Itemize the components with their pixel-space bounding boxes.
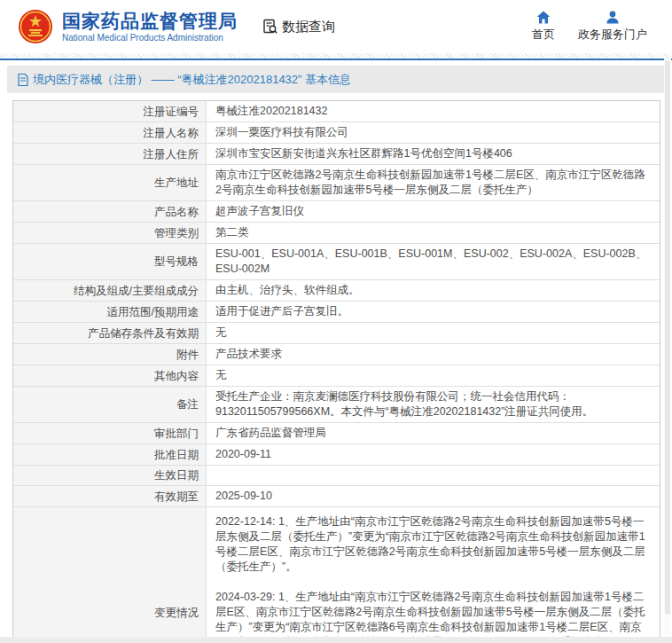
row-label: 备注 [13, 387, 207, 422]
table-row: 其他内容无 [13, 365, 660, 387]
data-query-link[interactable]: 数据查询 [262, 19, 335, 35]
row-label-text: 审批部门 [154, 427, 199, 441]
row-value: 广东省药品监督管理局 [207, 423, 660, 443]
table-row: 产品储存条件及有效期无 [13, 323, 660, 344]
table-row: 结构及组成/主要组成成分由主机、治疗头、软件组成。 [13, 280, 660, 302]
row-value-text: 2025-09-10 [215, 489, 272, 504]
row-label: 附件 [13, 344, 207, 365]
row-value: 受托生产企业：南京麦澜德医疗科技股份有限公司；统一社会信用代码：91320115… [207, 387, 660, 422]
bottom-strip [0, 637, 672, 643]
row-value-text: 产品技术要求 [215, 347, 282, 362]
row-value: 粤械注准20202181432 [207, 101, 660, 122]
row-label: 结构及组成/主要组成成分 [13, 280, 207, 301]
row-label: 有效期至 [13, 486, 207, 506]
blue-divider [0, 59, 672, 60]
row-value: 由主机、治疗头、软件组成。 [207, 280, 660, 301]
row-value: 深圳市宝安区新安街道兴东社区群辉路1号优创空间1号楼406 [207, 144, 660, 164]
nav-gov-portal[interactable]: 政务服务门户 [578, 11, 647, 43]
row-label: 注册证编号 [13, 101, 207, 122]
row-value: 2020-09-11 [207, 444, 660, 465]
page: 国家药品监督管理局 National Medical Products Admi… [0, 0, 672, 643]
table-row: 型号规格ESU-001、ESU-001A、ESU-001B、ESU-001M、E… [13, 244, 660, 280]
scrollbar-thumb[interactable] [665, 60, 670, 615]
table-row: 注册人名称深圳一粟医疗科技有限公司 [13, 122, 660, 144]
data-query-label: 数据查询 [282, 19, 335, 35]
row-label-text: 产品名称 [154, 205, 199, 219]
row-value: 2025-09-10 [207, 486, 660, 506]
row-label-text: 注册人住所 [144, 147, 199, 161]
row-value-text: 由主机、治疗头、软件组成。 [215, 283, 360, 298]
row-value-text: 第二类 [215, 225, 249, 240]
row-label-text: 产品储存条件及有效期 [88, 326, 199, 341]
row-value-text: 无 [215, 368, 227, 383]
row-value-text: ESU-001、ESU-001A、ESU-001B、ESU-001M、ESU-0… [215, 247, 651, 277]
brand: 国家药品监督管理局 National Medical Products Admi… [62, 11, 238, 43]
row-value: 2022-12-14: 1、生产地址由“南京市江宁区乾德路2号南京生命科技创新园… [207, 507, 660, 643]
row-label: 生产地址 [13, 165, 207, 200]
row-value: 无 [207, 323, 660, 343]
row-value-text: 无 [215, 325, 227, 341]
row-label: 注册人住所 [13, 144, 207, 164]
row-label-text: 附件 [176, 348, 199, 362]
nav-home-label: 首页 [532, 27, 555, 43]
row-label-text: 备注 [176, 397, 199, 412]
row-value-text: 深圳市宝安区新安街道兴东社区群辉路1号优创空间1号楼406 [215, 146, 512, 161]
change-paragraph: 2024-03-29: 1、生产地址由“南京市江宁区乾德路2号南京生命科技创新园… [215, 590, 651, 643]
row-value-text: 2020-09-11 [215, 447, 271, 462]
row-label-text: 管理类别 [154, 226, 199, 240]
nav-home[interactable]: 首页 [532, 11, 555, 43]
brand-title: 国家药品监督管理局 [62, 11, 238, 31]
row-value-text: 受托生产企业：南京麦澜德医疗科技股份有限公司；统一社会信用代码：91320115… [215, 389, 651, 420]
row-value: 超声波子宫复旧仪 [207, 201, 660, 222]
row-label-text: 型号规格 [154, 255, 199, 269]
table-row: 附件产品技术要求 [13, 344, 660, 365]
breadcrumb: 境内医疗器械（注册） —— “粤械注准20202181432” 基本信息 [7, 66, 665, 93]
row-label-text: 变更情况 [154, 606, 199, 620]
table-row: 生产地址南京市江宁区乾德路2号南京生命科技创新园加速带1号楼二层E区、南京市江宁… [13, 165, 660, 201]
row-label: 变更情况 [13, 507, 207, 643]
row-value-text: 适用于促进产后子宫复旧。 [215, 304, 348, 319]
top-nav: 首页 政务服务门户 [532, 11, 660, 43]
table-row: 产品名称超声波子宫复旧仪 [13, 201, 660, 223]
row-value-text: 粤械注准20202181432 [215, 104, 327, 119]
row-value: 无 [207, 365, 660, 386]
row-label: 其他内容 [13, 365, 207, 386]
row-label-text: 适用范围/预期用途 [107, 305, 199, 319]
table-row: 备注受托生产企业：南京麦澜德医疗科技股份有限公司；统一社会信用代码：913201… [13, 387, 660, 423]
user-icon [606, 11, 620, 24]
row-label-text: 结构及组成/主要组成成分 [74, 284, 199, 298]
table-row: 生效日期 [13, 466, 660, 486]
vertical-scrollbar[interactable] [664, 59, 671, 636]
row-label: 管理类别 [13, 223, 207, 243]
national-emblem-icon [18, 9, 53, 44]
row-value [207, 466, 660, 485]
document-icon [18, 74, 28, 86]
row-label-text: 注册人名称 [144, 126, 199, 140]
table-row: 变更情况2022-12-14: 1、生产地址由“南京市江宁区乾德路2号南京生命科… [13, 507, 660, 643]
change-paragraph: 2022-12-14: 1、生产地址由“南京市江宁区乾德路2号南京生命科技创新园… [215, 514, 651, 575]
row-value-text: 超声波子宫复旧仪 [215, 204, 304, 219]
row-value: 产品技术要求 [207, 344, 660, 365]
row-label: 生效日期 [13, 466, 207, 485]
row-label: 产品名称 [13, 201, 207, 222]
brand-subtitle: National Medical Products Administration [62, 33, 238, 43]
row-label: 注册人名称 [13, 122, 207, 143]
row-label-text: 批准日期 [154, 448, 199, 462]
row-value: 深圳一粟医疗科技有限公司 [207, 122, 660, 143]
row-label: 产品储存条件及有效期 [13, 323, 207, 343]
row-value-text: 南京市江宁区乾德路2号南京生命科技创新园加速带1号楼二层E区、南京市江宁区乾德路… [215, 168, 651, 198]
row-label: 审批部门 [13, 423, 207, 443]
row-label: 批准日期 [13, 444, 207, 465]
row-value-text: 广东省药品监督管理局 [215, 426, 326, 441]
table-row: 审批部门广东省药品监督管理局 [13, 423, 660, 444]
table-row: 注册证编号粤械注准20202181432 [13, 101, 660, 122]
home-icon [536, 11, 551, 24]
table-row: 批准日期2020-09-11 [13, 444, 660, 466]
row-label: 型号规格 [13, 244, 207, 279]
table-row: 注册人住所深圳市宝安区新安街道兴东社区群辉路1号优创空间1号楼406 [13, 144, 660, 165]
row-value: 第二类 [207, 223, 660, 243]
row-value: ESU-001、ESU-001A、ESU-001B、ESU-001M、ESU-0… [207, 244, 660, 279]
row-label-text: 其他内容 [154, 369, 199, 383]
row-value-text: 深圳一粟医疗科技有限公司 [215, 125, 348, 140]
table-row: 适用范围/预期用途适用于促进产后子宫复旧。 [13, 302, 660, 323]
